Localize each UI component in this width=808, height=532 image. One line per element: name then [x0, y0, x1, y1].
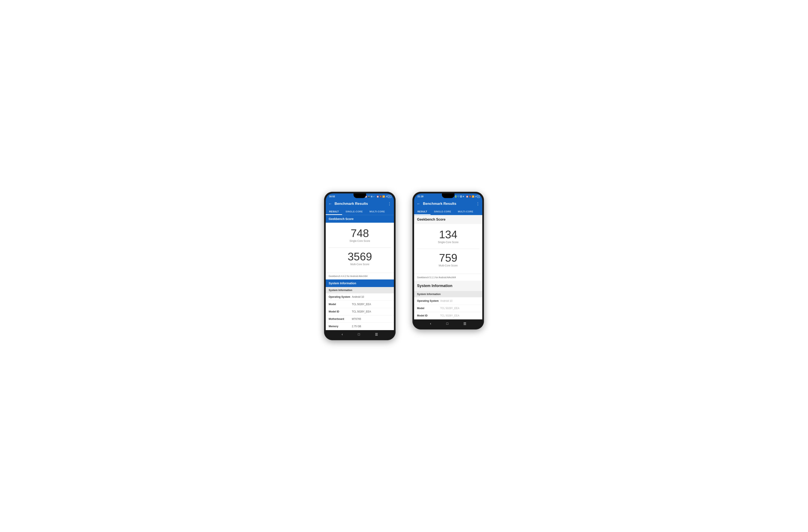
snowflake-icon: ❄ [462, 195, 464, 198]
battery-icon-2: 9 [477, 195, 480, 198]
back-nav-icon-2[interactable]: ‹ [430, 322, 431, 325]
single-core-score-1: 748 [326, 228, 394, 239]
img-icon: 🖼 [460, 195, 462, 198]
memory-value-1: 2.75 GB [352, 325, 361, 328]
tab-multi-core-1[interactable]: MULTI-CORE [366, 208, 388, 215]
tabs-bar-1: RESULT SINGLE-CORE MULTI-CORE [326, 208, 394, 215]
single-core-score-2: 134 [414, 229, 482, 240]
time-2: 21:18 [418, 195, 423, 198]
tab-multi-core-2[interactable]: MULTI-CORE [455, 208, 477, 215]
system-info-subheader-1: System Information [326, 287, 394, 293]
os-label-2: Operating System [417, 300, 440, 302]
more-button-1[interactable]: ⋮ [388, 202, 391, 206]
multi-core-label-2: Multi-Core Score [414, 264, 482, 267]
tabs-bar-2: RESULT SINGLE-CORE MULTI-CORE [414, 208, 482, 215]
system-info-header-2: System Information [414, 281, 482, 291]
screen-icon: 🖥 [370, 195, 373, 198]
os-value-2: Android 10 [440, 300, 453, 302]
os-value-1: Android 10 [352, 296, 364, 298]
check-icon: ✓ [373, 195, 375, 198]
single-core-label-2: Single-Core Score [414, 241, 482, 244]
info-row-modelid-1: Model ID TCL 5028Y_EEA [326, 308, 394, 316]
model-value-1: TCL 5028Y_EEA [352, 303, 371, 306]
home-nav-icon-2[interactable]: □ [446, 322, 448, 325]
modelid-label-1: Model ID [329, 310, 352, 313]
geekbench-header-2: Geekbench Score [414, 215, 482, 224]
notch-2 [442, 193, 455, 198]
camera-icon: 📷 [368, 195, 370, 198]
system-info-subheader-2: System Information [414, 291, 482, 297]
battery-icon: 20 [388, 195, 391, 198]
back-button-1[interactable]: ← [328, 202, 332, 206]
screen-content-2: Geekbench Score 134 Single-Core Score 75… [414, 215, 482, 319]
signal-icon-2: .ıll [475, 195, 477, 198]
info-row-model-1: Model TCL 5028Y_EEA [326, 301, 394, 308]
multi-core-label-1: Multi-Core Score [326, 263, 394, 266]
info-row-motherboard-1: Motherboard MT6765 [326, 316, 394, 323]
modelid-value-2: TCL 5028Y_EEA [440, 314, 459, 317]
back-button-2[interactable]: ← [417, 202, 420, 206]
battery-status-icon: 🔋 [455, 195, 457, 198]
version-info-1: Geekbench 4.4.2 for Android AArch64 [326, 272, 394, 280]
modelid-value-1: TCL 5028Y_EEA [352, 310, 371, 313]
signal-icon: .ıll [385, 195, 387, 198]
memory-label-1: Memory [329, 325, 352, 328]
recents-nav-icon-1[interactable]: ☰ [375, 332, 378, 337]
status-icons-2: 🔋 🛡 🖼 ❄ ⏰ 🔕 📶 .ıll 9 [455, 195, 480, 198]
system-info-header-1: System Information [326, 280, 394, 287]
mute-icon-2: 🔕 [469, 195, 471, 198]
model-label-1: Model [329, 303, 352, 306]
phone-1: 16:52 ⏰ 📷 🖥 ✓ ⏰ 🔕 📶 .ıll 20 ← Benchmark … [324, 192, 396, 340]
page-title-2: Benchmark Results [423, 202, 474, 206]
os-label-1: Operating System [329, 296, 352, 298]
modelid-label-2: Model ID [417, 314, 440, 317]
phone-2: 21:18 🔋 🛡 🖼 ❄ ⏰ 🔕 📶 .ıll 9 ← Benchmark R… [412, 192, 484, 329]
recents-nav-icon-2[interactable]: ☰ [463, 322, 466, 326]
score-block-2: 134 Single-Core Score 759 Multi-Core Sco… [414, 224, 482, 274]
info-row-modelid-2: Model ID TCL 5028Y_EEA [414, 312, 482, 319]
shield-icon: 🛡 [457, 195, 460, 198]
mute-icon: 🔕 [379, 195, 382, 198]
more-button-2[interactable]: ⋮ [476, 202, 480, 206]
back-nav-icon-1[interactable]: ‹ [342, 332, 343, 336]
tab-result-1[interactable]: RESULT [326, 208, 342, 215]
phones-container: 16:52 ⏰ 📷 🖥 ✓ ⏰ 🔕 📶 .ıll 20 ← Benchmark … [324, 192, 484, 340]
home-nav-icon-1[interactable]: □ [358, 332, 360, 336]
motherboard-value-1: MT6765 [352, 318, 361, 321]
tab-result-2[interactable]: RESULT [414, 208, 430, 215]
geekbench-header-1: Geekbench Score [326, 215, 394, 223]
nav-bar-1: ‹ □ ☰ [326, 330, 394, 339]
version-info-2: Geekbench 5.1.1 for Android AArch64 [414, 274, 482, 281]
time-1: 16:52 [329, 195, 335, 198]
top-bar-2: ← Benchmark Results ⋮ [414, 200, 482, 208]
single-core-label-1: Single-Core Score [326, 240, 394, 243]
multi-core-score-2: 759 [414, 252, 482, 263]
clock-icon: ⏰ [377, 195, 379, 198]
model-value-2: TCL 5028Y_EEA [440, 307, 459, 310]
nav-bar-2: ‹ □ ☰ [414, 319, 482, 328]
info-row-model-2: Model TCL 5028Y_EEA [414, 305, 482, 312]
status-bar-1: 16:52 ⏰ 📷 🖥 ✓ ⏰ 🔕 📶 .ıll 20 [326, 193, 394, 200]
tab-single-core-1[interactable]: SINGLE-CORE [342, 208, 366, 215]
motherboard-label-1: Motherboard [329, 318, 352, 321]
info-row-memory-1: Memory 2.75 GB [326, 323, 394, 330]
screen-content-1: Geekbench Score 748 Single-Core Score 35… [326, 215, 394, 330]
tab-single-core-2[interactable]: SINGLE-CORE [430, 208, 455, 215]
wifi-icon: 📶 [382, 195, 385, 198]
status-bar-2: 21:18 🔋 🛡 🖼 ❄ ⏰ 🔕 📶 .ıll 9 [414, 193, 482, 200]
alarm-icon-2: ⏰ [466, 195, 469, 198]
info-row-os-1: Operating System Android 10 [326, 293, 394, 301]
multi-core-score-1: 3569 [326, 251, 394, 262]
top-bar-1: ← Benchmark Results ⋮ [326, 200, 394, 208]
model-label-2: Model [417, 307, 440, 310]
wifi-icon-2: 📶 [472, 195, 474, 198]
page-title-1: Benchmark Results [334, 202, 385, 206]
score-block-1: 748 Single-Core Score 3569 Multi-Core Sc… [326, 223, 394, 272]
status-icons-1: ⏰ 📷 🖥 ✓ ⏰ 🔕 📶 .ıll 20 [365, 195, 391, 198]
notch-1 [353, 193, 366, 198]
info-row-os-2: Operating System Android 10 [414, 297, 482, 305]
